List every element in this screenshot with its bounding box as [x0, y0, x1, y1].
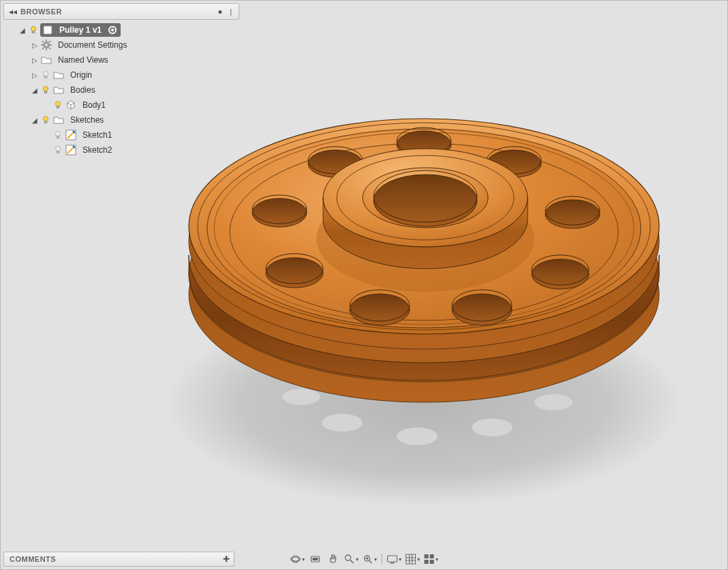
chevron-down-icon: ▾ — [356, 556, 359, 562]
fit-button[interactable]: ▾ — [361, 552, 378, 566]
tree-item-named-views[interactable]: ▷ Named Views — [3, 52, 239, 68]
sketch-icon — [65, 129, 77, 141]
tree-item-sketches[interactable]: ◢ Sketches — [3, 112, 239, 127]
body-icon — [65, 99, 77, 111]
browser-tree: ◢ Pulley 1 v1 ▷ — [3, 20, 239, 166]
navigation-bar: ▾ ▾ ▾ ▾ ▾ ▾ — [289, 552, 440, 567]
orbit-button[interactable]: ▾ — [289, 552, 306, 566]
root-label: Pulley 1 v1 — [57, 25, 104, 35]
svg-point-36 — [374, 175, 477, 226]
svg-line-72 — [369, 560, 372, 563]
svg-line-48 — [49, 48, 50, 49]
visibility-bulb-icon[interactable] — [52, 130, 63, 140]
tree-item-sketch1[interactable]: ▷ Sketch1 — [3, 127, 239, 142]
visibility-bulb-icon[interactable] — [40, 70, 51, 80]
tree-item-label: Document Settings — [55, 40, 130, 50]
expand-toggle-icon[interactable]: ▷ — [31, 56, 39, 64]
svg-point-5 — [282, 389, 320, 405]
svg-point-62 — [56, 147, 61, 151]
visibility-bulb-icon[interactable] — [40, 115, 51, 125]
folder-icon — [52, 84, 65, 96]
svg-rect-40 — [44, 26, 52, 34]
svg-point-3 — [472, 419, 513, 436]
expand-toggle-icon[interactable]: ◢ — [31, 86, 39, 94]
svg-point-24 — [350, 294, 410, 325]
browser-minimize-icon[interactable]: ● — [215, 7, 225, 16]
svg-point-28 — [252, 198, 307, 227]
chevron-down-icon: ▾ — [399, 556, 401, 562]
svg-line-49 — [49, 41, 50, 42]
svg-rect-58 — [44, 121, 47, 123]
svg-point-4 — [534, 394, 573, 410]
svg-point-51 — [44, 72, 48, 76]
svg-point-42 — [45, 44, 48, 46]
svg-line-50 — [42, 48, 44, 49]
visibility-bulb-icon[interactable] — [28, 25, 39, 35]
svg-rect-75 — [388, 556, 397, 562]
folder-icon — [40, 54, 52, 66]
svg-rect-52 — [44, 76, 47, 78]
tree-item-label: Bodies — [67, 85, 98, 95]
svg-point-22 — [452, 294, 512, 325]
svg-point-26 — [266, 258, 323, 288]
tree-item-label: Sketches — [67, 115, 106, 125]
tree-item-label: Origin — [67, 70, 95, 80]
tree-item-label: Sketch1 — [80, 130, 115, 140]
svg-rect-54 — [44, 91, 47, 93]
svg-rect-82 — [425, 554, 429, 558]
svg-point-2 — [397, 427, 438, 445]
comments-panel-header[interactable]: COMMENTS ✚ — [3, 552, 234, 567]
expand-toggle-icon[interactable]: ◢ — [31, 116, 39, 124]
nav-separator — [382, 554, 382, 565]
svg-rect-63 — [57, 151, 59, 153]
pan-button[interactable] — [325, 552, 342, 566]
chevron-down-icon: ▾ — [374, 556, 377, 562]
expand-toggle-icon[interactable]: ◢ — [18, 26, 27, 34]
svg-point-55 — [56, 102, 61, 106]
svg-point-1 — [322, 414, 363, 432]
svg-rect-76 — [391, 562, 395, 564]
visibility-bulb-icon[interactable] — [52, 145, 63, 155]
comments-expand-icon[interactable]: ✚ — [222, 554, 231, 564]
svg-point-69 — [346, 555, 351, 560]
look-at-button[interactable] — [307, 552, 324, 566]
visibility-bulb-icon[interactable] — [40, 85, 51, 95]
chevron-down-icon: ▾ — [417, 556, 420, 562]
expand-toggle-icon[interactable]: ▷ — [31, 41, 39, 49]
tree-item-document-settings[interactable]: ▷ Document Settings — [3, 38, 239, 52]
svg-rect-77 — [406, 554, 416, 564]
browser-header[interactable]: ◂◂ BROWSER ● | — [3, 3, 239, 20]
svg-line-70 — [350, 560, 354, 563]
tree-item-label: Named Views — [55, 55, 111, 65]
browser-collapse-left-icon[interactable]: ◂◂ — [8, 7, 18, 16]
root-component-pill[interactable]: Pulley 1 v1 — [40, 23, 121, 37]
browser-panel: ◂◂ BROWSER ● | ◢ Pulley 1 v1 — [3, 3, 239, 166]
tree-item-bodies[interactable]: ◢ Bodies — [3, 82, 239, 97]
tree-item-body1[interactable]: ▷ Body1 — [3, 97, 239, 112]
tree-item-sketch2[interactable]: ▷ Sketch2 — [3, 142, 239, 158]
svg-point-38 — [31, 27, 36, 31]
expand-toggle-icon[interactable]: ▷ — [31, 71, 39, 79]
comments-title: COMMENTS — [7, 555, 222, 563]
chevron-down-icon: ▾ — [436, 556, 438, 562]
chevron-down-icon: ▾ — [302, 556, 305, 562]
app-viewport: ◂◂ BROWSER ● | ◢ Pulley 1 v1 — [0, 0, 728, 570]
svg-rect-85 — [430, 560, 434, 564]
viewports-button[interactable]: ▾ — [423, 552, 440, 566]
svg-point-59 — [56, 132, 61, 136]
visibility-bulb-icon[interactable] — [52, 100, 63, 110]
svg-point-18 — [545, 200, 600, 228]
active-component-icon[interactable] — [108, 26, 117, 34]
svg-point-20 — [532, 259, 589, 289]
browser-divider-icon: | — [226, 7, 236, 16]
tree-item-label: Body1 — [80, 100, 108, 110]
tree-root-row[interactable]: ◢ Pulley 1 v1 — [3, 22, 239, 38]
tree-item-origin[interactable]: ▷ Origin — [3, 68, 239, 82]
svg-rect-84 — [425, 560, 429, 564]
display-settings-button[interactable]: ▾ — [386, 552, 403, 566]
svg-rect-83 — [430, 554, 434, 558]
component-icon — [42, 24, 54, 36]
grid-settings-button[interactable]: ▾ — [404, 552, 421, 566]
zoom-button[interactable]: ▾ — [343, 552, 360, 566]
folder-icon — [52, 114, 65, 126]
